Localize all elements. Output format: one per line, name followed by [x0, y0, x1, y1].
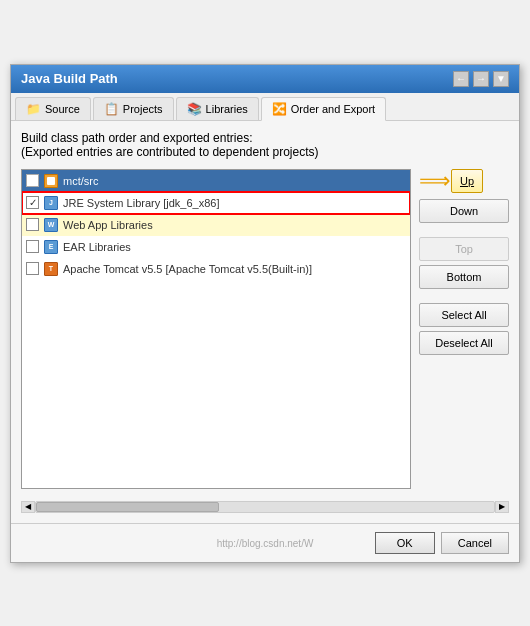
tab-order-export[interactable]: 🔀 Order and Export: [261, 97, 386, 121]
libraries-tab-icon: 📚: [187, 102, 202, 116]
projects-tab-label: Projects: [123, 103, 163, 115]
item-checkbox-2[interactable]: [26, 218, 39, 231]
description-line1: Build class path order and exported entr…: [21, 131, 509, 145]
ok-button[interactable]: OK: [375, 532, 435, 554]
item-label-4: Apache Tomcat v5.5 [Apache Tomcat v5.5(B…: [63, 263, 312, 275]
item-icon-0: [43, 173, 59, 189]
item-checkbox-1[interactable]: [26, 196, 39, 209]
item-label-2: Web App Libraries: [63, 219, 153, 231]
top-button[interactable]: Top: [419, 237, 509, 261]
item-icon-4: T: [43, 261, 59, 277]
tab-source[interactable]: 📁 Source: [15, 97, 91, 120]
title-bar: Java Build Path ← → ▼: [11, 65, 519, 93]
select-all-button[interactable]: Select All: [419, 303, 509, 327]
order-tab-label: Order and Export: [291, 103, 375, 115]
scrollbar-thumb[interactable]: [36, 502, 219, 512]
item-label-1: JRE System Library [jdk_6_x86]: [63, 197, 220, 209]
order-tab-icon: 🔀: [272, 102, 287, 116]
tabs-bar: 📁 Source 📋 Projects 📚 Libraries 🔀 Order …: [11, 93, 519, 121]
item-icon-3: E: [43, 239, 59, 255]
arrow-indicator: ⟹: [419, 170, 451, 192]
item-checkbox-3[interactable]: [26, 240, 39, 253]
description-line2: (Exported entries are contributed to dep…: [21, 145, 509, 159]
footer: http://blog.csdn.net/W OK Cancel: [11, 523, 519, 562]
main-area: mct/src J JRE System Library [jdk_6_x86]…: [21, 169, 509, 489]
scroll-right-button[interactable]: ▶: [495, 501, 509, 513]
dropdown-button[interactable]: ▼: [493, 71, 509, 87]
entries-list[interactable]: mct/src J JRE System Library [jdk_6_x86]…: [21, 169, 411, 489]
scrollbar-area: ◀ ▶: [21, 501, 509, 513]
deselect-all-button[interactable]: Deselect All: [419, 331, 509, 355]
list-item[interactable]: E EAR Libraries: [22, 236, 410, 258]
projects-tab-icon: 📋: [104, 102, 119, 116]
watermark: http://blog.csdn.net/W: [217, 537, 314, 548]
source-tab-icon: 📁: [26, 102, 41, 116]
item-icon-1: J: [43, 195, 59, 211]
list-item[interactable]: mct/src: [22, 170, 410, 192]
list-item[interactable]: J JRE System Library [jdk_6_x86]: [22, 192, 410, 214]
tab-libraries[interactable]: 📚 Libraries: [176, 97, 259, 120]
scroll-left-button[interactable]: ◀: [21, 501, 35, 513]
description: Build class path order and exported entr…: [21, 131, 509, 159]
dialog-title: Java Build Path: [21, 71, 118, 86]
cancel-button[interactable]: Cancel: [441, 532, 509, 554]
forward-button[interactable]: →: [473, 71, 489, 87]
buttons-panel: ⟹ Up Down Top Bottom Select All Deselect…: [419, 169, 509, 489]
item-checkbox-4[interactable]: [26, 262, 39, 275]
down-button[interactable]: Down: [419, 199, 509, 223]
libraries-tab-label: Libraries: [206, 103, 248, 115]
item-checkbox-0[interactable]: [26, 174, 39, 187]
item-icon-2: W: [43, 217, 59, 233]
dialog: Java Build Path ← → ▼ 📁 Source 📋 Project…: [10, 64, 520, 563]
back-button[interactable]: ←: [453, 71, 469, 87]
tab-projects[interactable]: 📋 Projects: [93, 97, 174, 120]
content-area: Build class path order and exported entr…: [11, 121, 519, 523]
item-label-3: EAR Libraries: [63, 241, 131, 253]
list-item[interactable]: T Apache Tomcat v5.5 [Apache Tomcat v5.5…: [22, 258, 410, 280]
title-bar-buttons: ← → ▼: [453, 71, 509, 87]
up-button[interactable]: Up: [451, 169, 483, 193]
source-tab-label: Source: [45, 103, 80, 115]
horizontal-scrollbar[interactable]: [35, 501, 495, 513]
list-item[interactable]: W Web App Libraries: [22, 214, 410, 236]
bottom-button[interactable]: Bottom: [419, 265, 509, 289]
item-label-0: mct/src: [63, 175, 98, 187]
